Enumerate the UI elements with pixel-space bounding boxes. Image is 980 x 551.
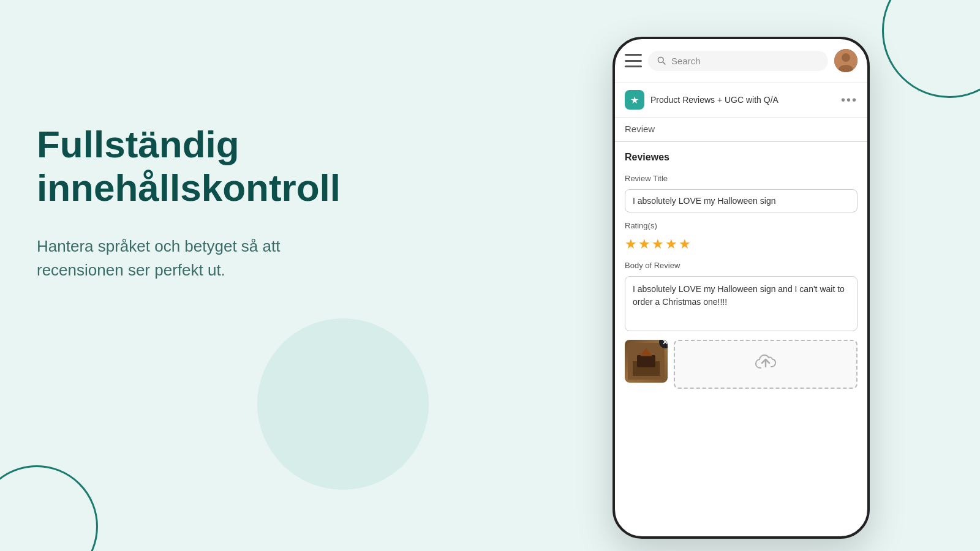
hamburger-line-2 (625, 60, 642, 62)
phone-wrapper: Search ★ Product Reviews + UGC with Q/A … (612, 37, 870, 539)
search-bar[interactable]: Search (648, 51, 828, 71)
review-body-textarea[interactable]: I absolutely LOVE my Halloween sign and … (625, 276, 858, 331)
star-3[interactable]: ★ (652, 236, 664, 252)
app-icon-star: ★ (630, 94, 639, 106)
svg-point-0 (658, 57, 663, 62)
avatar[interactable] (834, 49, 858, 72)
svg-line-1 (663, 62, 665, 64)
svg-point-3 (842, 53, 850, 62)
phone-topbar: Search (615, 39, 867, 83)
review-tab-label: Review (625, 124, 655, 134)
app-name: Product Reviews + UGC with Q/A (650, 95, 835, 105)
star-5[interactable]: ★ (679, 236, 691, 252)
section-title: Reviewes (625, 152, 858, 163)
hamburger-line-3 (625, 66, 642, 67)
search-input-text: Search (671, 56, 701, 66)
svg-rect-7 (637, 355, 655, 367)
dots-menu-icon[interactable]: ••• (841, 93, 858, 107)
review-title-group: Review Title I absolutely LOVE my Hallow… (625, 174, 858, 212)
upload-cloud-icon (753, 350, 778, 374)
hamburger-icon[interactable] (625, 54, 642, 67)
stars-row[interactable]: ★ ★ ★ ★ ★ (625, 236, 858, 252)
review-title-label: Review Title (625, 174, 858, 183)
upload-area[interactable] (674, 340, 858, 389)
avatar-svg (834, 49, 858, 72)
hamburger-line-1 (625, 54, 642, 56)
decorative-circle-top-right (882, 0, 980, 98)
search-icon (657, 56, 666, 66)
star-1[interactable]: ★ (625, 236, 637, 252)
uploaded-thumbnail[interactable]: ✕ (625, 340, 668, 383)
thumb-image (628, 343, 665, 380)
star-2[interactable]: ★ (638, 236, 650, 252)
phone-frame: Search ★ Product Reviews + UGC with Q/A … (612, 37, 870, 539)
decorative-circle-bottom-left (0, 465, 98, 551)
avatar-image (834, 49, 858, 72)
review-tab[interactable]: Review (615, 118, 867, 142)
main-heading: Fullständig innehållskontroll (37, 122, 392, 210)
app-icon: ★ (625, 90, 644, 110)
image-upload-row: ✕ (625, 340, 858, 389)
review-title-input[interactable]: I absolutely LOVE my Halloween sign (625, 189, 858, 212)
phone-content: Reviewes Review Title I absolutely LOVE … (615, 142, 867, 536)
app-header-row: ★ Product Reviews + UGC with Q/A ••• (615, 83, 867, 118)
upload-icon (753, 350, 778, 379)
rating-label: Rating(s) (625, 221, 858, 230)
rating-group: Rating(s) ★ ★ ★ ★ ★ (625, 221, 858, 252)
review-body-group: Body of Review I absolutely LOVE my Hall… (625, 261, 858, 331)
star-4[interactable]: ★ (665, 236, 677, 252)
review-body-label: Body of Review (625, 261, 858, 270)
decorative-blob-center (257, 318, 429, 490)
sub-text: Hantera språket och betyget så att recen… (37, 234, 392, 282)
left-content-area: Fullständig innehållskontroll Hantera sp… (37, 122, 392, 282)
